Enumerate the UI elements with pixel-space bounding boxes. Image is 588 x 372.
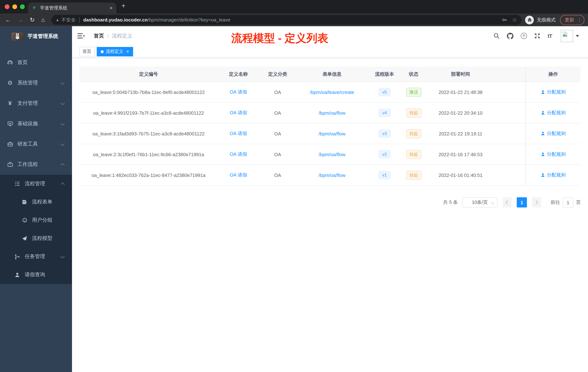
- sidebar-toggle-icon[interactable]: [77, 33, 85, 39]
- workflow-submenu: 流程管理 流程表单: [0, 175, 72, 284]
- refresh-icon[interactable]: ↻: [30, 16, 35, 23]
- chevron-down-icon: [61, 101, 65, 105]
- new-tab-button[interactable]: +: [121, 2, 126, 10]
- window-close-button[interactable]: [5, 4, 10, 9]
- tag-label: 首页: [83, 48, 91, 55]
- window-maximize-button[interactable]: [20, 4, 25, 9]
- breadcrumb: 首页 / 流程定义: [94, 33, 132, 39]
- yen-icon: ¥: [7, 100, 13, 107]
- definition-name-link[interactable]: OA 请假: [230, 152, 247, 157]
- definition-name-link[interactable]: OA 请假: [230, 89, 247, 95]
- definition-name-link[interactable]: OA 请假: [230, 131, 247, 136]
- caret-down-icon[interactable]: [576, 35, 579, 37]
- omnibox-divider: [79, 17, 80, 22]
- sidebar-item-process-form[interactable]: 流程表单: [0, 193, 72, 211]
- assign-user-icon: [541, 111, 545, 115]
- column-header-status: 状态: [401, 67, 426, 82]
- sidebar-item-infrastructure[interactable]: 基础设施: [0, 114, 72, 134]
- security-label[interactable]: 不安全: [62, 17, 76, 23]
- pagination-total: 共 5 条: [443, 199, 458, 206]
- sidebar-item-payment[interactable]: ¥ 支付管理: [0, 93, 72, 114]
- assign-rule-link[interactable]: 分配规则: [541, 130, 566, 137]
- font-size-icon[interactable]: tT: [548, 33, 552, 39]
- cell-category: OA: [259, 102, 296, 123]
- browser-menu-icon[interactable]: ⋮: [577, 17, 582, 22]
- monitor-icon: [7, 121, 13, 127]
- column-header-version: 流程版本: [368, 67, 401, 82]
- bookmark-star-icon[interactable]: ☆: [512, 17, 517, 23]
- assign-rule-label: 分配规则: [547, 109, 566, 116]
- sidebar-item-home[interactable]: 首页: [0, 52, 72, 73]
- tab-close-icon[interactable]: ✕: [109, 6, 113, 10]
- sidebar-item-leave-query[interactable]: 请假查询: [0, 266, 72, 284]
- version-badge: v4: [378, 109, 390, 117]
- sidebar-item-label: 系统管理: [17, 80, 38, 86]
- prev-page-button[interactable]: [503, 197, 512, 208]
- assign-rule-link[interactable]: 分配规则: [541, 89, 566, 95]
- next-page-button[interactable]: [532, 197, 541, 208]
- avatar[interactable]: [561, 30, 573, 42]
- browser-update-button[interactable]: 更新 ⋮: [560, 15, 584, 25]
- sidebar-item-label: 支付管理: [17, 100, 38, 107]
- status-badge: 挂起: [406, 171, 421, 180]
- window-minimize-button[interactable]: [12, 4, 17, 9]
- assign-rule-link[interactable]: 分配规则: [541, 151, 566, 158]
- dashboard-icon: [7, 59, 13, 66]
- tag-close-icon[interactable]: ✕: [126, 50, 129, 54]
- tag-process-definition[interactable]: 流程定义 ✕: [97, 47, 133, 56]
- navbar-actions: ? tT: [494, 30, 588, 42]
- page-size-select[interactable]: 10条/页: [462, 197, 497, 208]
- browser-tab[interactable]: 芋道管理系统 ✕: [28, 2, 116, 13]
- sidebar-item-workflow[interactable]: 工作流程: [0, 154, 72, 175]
- assign-rule-link[interactable]: 分配规则: [541, 172, 566, 178]
- version-badge: v1: [378, 171, 390, 179]
- back-icon[interactable]: ←: [5, 17, 11, 23]
- password-key-icon[interactable]: [502, 17, 507, 22]
- logo-image: [11, 32, 24, 41]
- assign-user-icon: [541, 90, 545, 94]
- fullscreen-icon[interactable]: [534, 33, 540, 39]
- sidebar-item-task-management[interactable]: 任务管理: [0, 248, 72, 266]
- form-link[interactable]: /bpm/oa/leave/create: [310, 89, 354, 95]
- version-badge: v3: [378, 130, 390, 138]
- form-link[interactable]: /bpm/oa/flow: [319, 152, 345, 157]
- assign-rule-link[interactable]: 分配规则: [541, 109, 566, 116]
- cell-id: oa_leave:5:004b710b-7b8a-11ec-8ef0-acde4…: [79, 82, 218, 102]
- tag-home[interactable]: 首页: [79, 47, 94, 56]
- cell-id: oa_leave:1:482ec033-762a-11ec-8477-a2380…: [79, 165, 218, 186]
- cell-category: OA: [259, 82, 296, 102]
- chevron-down-icon: [61, 80, 65, 85]
- definition-name-link[interactable]: OA 请假: [230, 172, 247, 178]
- sidebar-item-user-group[interactable]: 用户分组: [0, 211, 72, 229]
- home-icon[interactable]: ⌂: [41, 17, 45, 23]
- sidebar-item-process-model[interactable]: 流程模型: [0, 229, 72, 248]
- sidebar-item-system[interactable]: ⚙ 系统管理: [0, 73, 72, 93]
- sidebar-item-process-management[interactable]: 流程管理: [0, 175, 72, 193]
- sidebar-item-label: 流程管理: [25, 181, 45, 187]
- goto-page-input[interactable]: [563, 197, 573, 208]
- update-label: 更新: [565, 17, 574, 23]
- forward-icon[interactable]: →: [17, 17, 23, 23]
- search-icon[interactable]: [494, 33, 500, 39]
- help-icon[interactable]: ?: [521, 33, 527, 39]
- form-link[interactable]: /bpm/oa/flow: [319, 131, 345, 136]
- sidebar-logo[interactable]: 芋道管理系统: [0, 26, 72, 47]
- column-header-action: 操作: [525, 67, 581, 82]
- page-content: 定义编号 定义名称 定义分类 表单信息 流程版本 状态 部署时间 操作: [72, 58, 588, 215]
- definition-name-link[interactable]: OA 请假: [230, 110, 247, 115]
- tab-title: 芋道管理系统: [40, 5, 107, 11]
- github-icon[interactable]: [507, 33, 514, 39]
- cell-deploy-time: 2022-01-22 19:19:11: [426, 123, 495, 144]
- active-dot: [101, 50, 104, 53]
- breadcrumb-home[interactable]: 首页: [94, 33, 104, 39]
- form-link[interactable]: /bpm/oa/flow: [319, 172, 345, 178]
- form-link[interactable]: /bpm/oa/flow: [319, 110, 345, 116]
- address-bar[interactable]: ▲ 不安全 dashboard.yudao.iocoder.cn /bpm/ma…: [51, 15, 521, 25]
- version-badge: v5: [378, 88, 390, 96]
- sidebar-item-dev-tools[interactable]: 研发工具: [0, 134, 72, 154]
- url-host: dashboard.yudao.iocoder.cn: [83, 17, 148, 22]
- assign-rule-label: 分配规则: [547, 130, 566, 137]
- chevron-down-icon: [61, 254, 65, 258]
- current-page-button[interactable]: 1: [517, 197, 527, 208]
- browser-toolbar: ← → ↻ ⌂ ▲ 不安全 dashboard.yudao.iocoder.cn…: [0, 13, 588, 26]
